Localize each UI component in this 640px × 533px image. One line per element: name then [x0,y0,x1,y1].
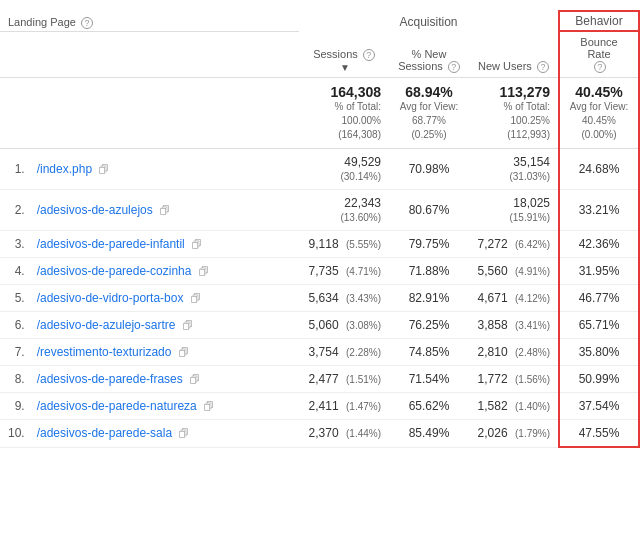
new-users-pct: (15.91%) [509,212,550,223]
new-sessions-value: 80.67% [389,190,469,231]
sessions-sort-icon[interactable]: ▼ [340,62,350,73]
table-row: 10. /adesivos-de-parede-sala 🗍 2,370 (1.… [0,420,639,448]
row-number: 3. [0,231,29,258]
copy-icon[interactable]: 🗍 [191,293,203,305]
copy-icon[interactable]: 🗍 [199,266,211,278]
sessions-pct: (3.08%) [346,320,381,331]
page-link[interactable]: /revestimento-texturizado 🗍 [29,339,299,366]
table-row: 9. /adesivos-de-parede-natureza 🗍 2,411 … [0,393,639,420]
sessions-value: 2,411 (1.47%) [299,393,389,420]
bounce-rate-value: 46.77% [559,285,639,312]
bounce-rate-col-header: Bounce Rate ? [559,31,639,78]
table-row: 1. /index.php 🗍 49,529 (30.14%) 70.98% 3… [0,149,639,190]
page-link[interactable]: /index.php 🗍 [29,149,299,190]
new-users-pct: (31.03%) [509,171,550,182]
new-users-value: 18,025 (15.91%) [469,190,559,231]
new-users-pct: (1.40%) [515,401,550,412]
bounce-rate-value: 31.95% [559,258,639,285]
new-sessions-value: 65.62% [389,393,469,420]
sessions-value: 5,634 (3.43%) [299,285,389,312]
new-sessions-value: 76.25% [389,312,469,339]
sessions-value: 9,118 (5.55%) [299,231,389,258]
page-link[interactable]: /adesivos-de-parede-natureza 🗍 [29,393,299,420]
copy-icon[interactable]: 🗍 [179,347,191,359]
page-link[interactable]: /adesivos-de-parede-frases 🗍 [29,366,299,393]
page-link[interactable]: /adesivos-de-azulejos 🗍 [29,190,299,231]
new-users-help-icon[interactable]: ? [537,61,549,73]
row-number: 6. [0,312,29,339]
sessions-pct: (1.47%) [346,401,381,412]
table-row: 7. /revestimento-texturizado 🗍 3,754 (2.… [0,339,639,366]
row-number: 1. [0,149,29,190]
table-row: 6. /adesivo-de-azulejo-sartre 🗍 5,060 (3… [0,312,639,339]
row-number: 5. [0,285,29,312]
bounce-rate-value: 65.71% [559,312,639,339]
page-link[interactable]: /adesivos-de-parede-infantil 🗍 [29,231,299,258]
new-users-pct: (4.91%) [515,266,550,277]
new-sessions-value: 79.75% [389,231,469,258]
new-sessions-value: 70.98% [389,149,469,190]
sessions-pct: (1.51%) [346,374,381,385]
sessions-pct: (30.14%) [340,171,381,182]
copy-icon[interactable]: 🗍 [99,164,111,176]
new-users-pct: (6.42%) [515,239,550,250]
sessions-pct: (2.28%) [346,347,381,358]
copy-icon[interactable]: 🗍 [183,320,195,332]
new-users-value: 1,772 (1.56%) [469,366,559,393]
copy-icon[interactable]: 🗍 [160,205,172,217]
copy-icon[interactable]: 🗍 [192,239,204,251]
sessions-col-header: Sessions ? ▼ [299,31,389,78]
copy-icon[interactable]: 🗍 [179,428,191,440]
new-users-value: 35,154 (31.03%) [469,149,559,190]
total-new-users: 113,279 % of Total: 100.25% (112,993) [469,78,559,149]
page-link[interactable]: /adesivos-de-parede-sala 🗍 [29,420,299,448]
landing-page-help-icon[interactable]: ? [81,17,93,29]
sessions-help-icon[interactable]: ? [363,49,375,61]
sessions-value: 2,477 (1.51%) [299,366,389,393]
row-number: 10. [0,420,29,448]
new-users-pct: (1.79%) [515,428,550,439]
bounce-rate-value: 37.54% [559,393,639,420]
table-row: 5. /adesivo-de-vidro-porta-box 🗍 5,634 (… [0,285,639,312]
sessions-pct: (1.44%) [346,428,381,439]
sessions-pct: (3.43%) [346,293,381,304]
bounce-rate-value: 24.68% [559,149,639,190]
row-number: 8. [0,366,29,393]
row-number: 9. [0,393,29,420]
new-users-pct: (4.12%) [515,293,550,304]
new-sessions-value: 82.91% [389,285,469,312]
new-users-pct: (1.56%) [515,374,550,385]
acquisition-section-header: Acquisition [299,11,559,31]
total-sessions: 164,308 % of Total: 100.00% (164,308) [299,78,389,149]
new-users-value: 1,582 (1.40%) [469,393,559,420]
page-link[interactable]: /adesivo-de-azulejo-sartre 🗍 [29,312,299,339]
new-sessions-help-icon[interactable]: ? [448,61,460,73]
sessions-value: 2,370 (1.44%) [299,420,389,448]
sessions-value: 5,060 (3.08%) [299,312,389,339]
new-users-value: 2,810 (2.48%) [469,339,559,366]
new-users-pct: (3.41%) [515,320,550,331]
total-new-sessions: 68.94% Avg for View: 68.77% (0.25%) [389,78,469,149]
copy-icon[interactable]: 🗍 [190,374,202,386]
landing-page-label: Landing Page [8,16,76,28]
new-users-value: 5,560 (4.91%) [469,258,559,285]
page-link[interactable]: /adesivos-de-parede-cozinha 🗍 [29,258,299,285]
sessions-value: 7,735 (4.71%) [299,258,389,285]
new-sessions-value: 71.88% [389,258,469,285]
row-number: 7. [0,339,29,366]
new-users-value: 3,858 (3.41%) [469,312,559,339]
bounce-rate-value: 50.99% [559,366,639,393]
row-number: 2. [0,190,29,231]
table-row: 4. /adesivos-de-parede-cozinha 🗍 7,735 (… [0,258,639,285]
bounce-rate-help-icon[interactable]: ? [594,61,606,73]
new-sessions-value: 71.54% [389,366,469,393]
sessions-value: 22,343 (13.60%) [299,190,389,231]
bounce-rate-value: 42.36% [559,231,639,258]
sessions-pct: (13.60%) [340,212,381,223]
sessions-value: 49,529 (30.14%) [299,149,389,190]
analytics-table: Landing Page ? Acquisition Behavior Sess… [0,0,640,458]
row-number: 4. [0,258,29,285]
page-link[interactable]: /adesivo-de-vidro-porta-box 🗍 [29,285,299,312]
bounce-rate-value: 33.21% [559,190,639,231]
copy-icon[interactable]: 🗍 [204,401,216,413]
